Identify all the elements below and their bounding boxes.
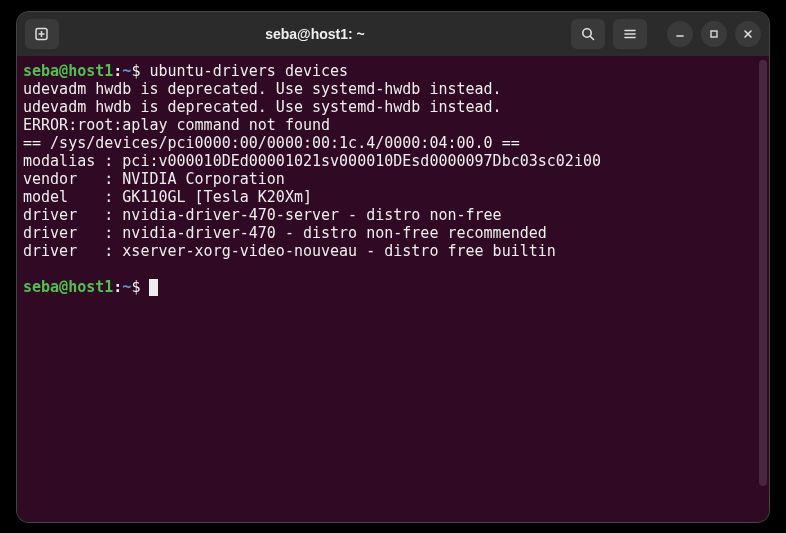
output-line: == /sys/devices/pci0000:00/0000:00:1c.4/…	[23, 134, 520, 152]
search-icon	[580, 26, 596, 42]
hamburger-icon	[622, 26, 638, 42]
output-line: model : GK110GL [Tesla K20Xm]	[23, 188, 312, 206]
output-line: udevadm hwdb is deprecated. Use systemd-…	[23, 80, 502, 98]
titlebar: seba@host1: ~	[17, 12, 769, 56]
output-line: driver : nvidia-driver-470 - distro non-…	[23, 224, 547, 242]
terminal-window: seba@host1: ~	[17, 12, 769, 522]
output-line: vendor : NVIDIA Corporation	[23, 170, 285, 188]
maximize-button[interactable]	[701, 21, 727, 47]
maximize-icon	[708, 28, 720, 40]
output-line: driver : xserver-xorg-video-nouveau - di…	[23, 242, 556, 260]
prompt-user: seba@host1	[23, 62, 113, 80]
svg-line-4	[590, 36, 593, 39]
close-icon	[742, 28, 754, 40]
minimize-button[interactable]	[667, 21, 693, 47]
menu-button[interactable]	[613, 19, 647, 49]
svg-rect-9	[711, 31, 717, 37]
prompt-colon: :	[113, 62, 122, 80]
scrollbar[interactable]	[759, 60, 767, 486]
output-line: driver : nvidia-driver-470-server - dist…	[23, 206, 502, 224]
new-tab-button[interactable]	[25, 19, 59, 49]
cursor	[149, 279, 158, 296]
new-tab-icon	[34, 26, 50, 42]
terminal-content: seba@host1:~$ ubuntu-drivers devices ude…	[23, 62, 763, 296]
prompt-symbol: $	[131, 62, 140, 80]
prompt-symbol: $	[131, 278, 140, 296]
output-line: ERROR:root:aplay command not found	[23, 116, 330, 134]
prompt-user: seba@host1	[23, 278, 113, 296]
command-text: ubuntu-drivers devices	[149, 62, 348, 80]
minimize-icon	[674, 28, 686, 40]
prompt-colon: :	[113, 278, 122, 296]
terminal-body[interactable]: seba@host1:~$ ubuntu-drivers devices ude…	[17, 56, 769, 522]
output-line: modalias : pci:v000010DEd00001021sv00001…	[23, 152, 601, 170]
search-button[interactable]	[571, 19, 605, 49]
output-line: udevadm hwdb is deprecated. Use systemd-…	[23, 98, 502, 116]
window-title: seba@host1: ~	[65, 26, 565, 42]
close-button[interactable]	[735, 21, 761, 47]
